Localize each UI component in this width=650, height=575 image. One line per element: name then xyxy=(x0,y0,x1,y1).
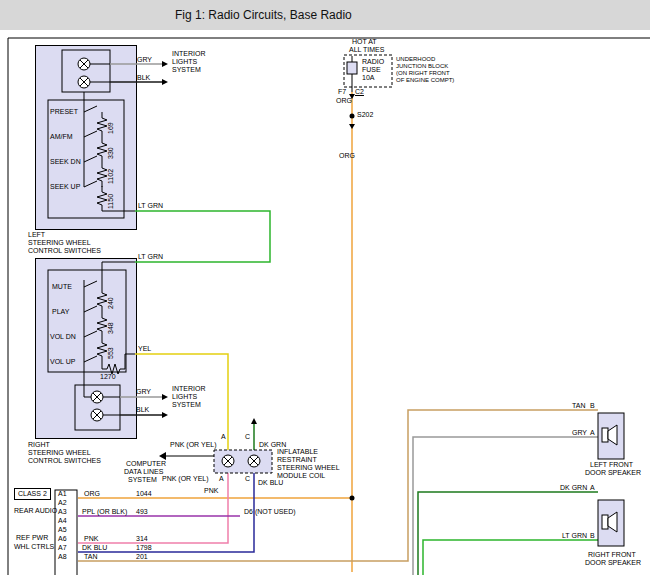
button-seek-up: SEEK UP xyxy=(50,183,80,191)
button-vol-up: VOL UP xyxy=(50,358,75,366)
wire-org xyxy=(78,92,352,572)
a3-circuit: 493 xyxy=(136,508,148,516)
wire-label-blk-1: BLK xyxy=(137,74,150,82)
left-switch-caption-1: LEFT xyxy=(28,231,45,239)
wiring-svg xyxy=(0,0,650,575)
lf-spk-term-top: B xyxy=(590,402,595,410)
a1-wire: ORG xyxy=(84,490,100,498)
resistor-value-3: 1102 xyxy=(107,169,115,184)
rear-audio-label: REAR AUDIO xyxy=(14,507,57,515)
wiring-diagram-page: Fig 1: Radio Circuits, Base Radio xyxy=(0,0,650,575)
left-switch-caption-2: STEERING WHEEL xyxy=(28,239,91,247)
lf-spk-wire-top: TAN xyxy=(572,402,585,410)
coil-name-2: RESTRAINT xyxy=(277,456,317,464)
coil-wire-top-left: PNK (OR YEL) xyxy=(170,441,217,449)
rf-spk-wire-top: DK GRN xyxy=(560,484,587,492)
resistor-value-7: 553 xyxy=(107,347,115,359)
wire-label-org-1: ORG xyxy=(336,97,352,105)
a7-wire: DK BLU xyxy=(82,544,107,552)
fuse-label-3: 10A xyxy=(362,74,374,82)
junction-block-label-4: OF ENGINE COMPT) xyxy=(396,77,454,84)
coil-terminal-top-c: C xyxy=(245,433,250,441)
wire-blk xyxy=(110,82,162,415)
right-switch-caption-1: RIGHT xyxy=(28,441,50,449)
whl-ctrls-label: WHL CTRLS xyxy=(14,543,54,551)
a3-note: D6 (NOT USED) xyxy=(244,508,296,516)
wire-label-org-2: ORG xyxy=(339,152,355,160)
a8-circuit: 201 xyxy=(136,553,148,561)
junction-block-label-1: UNDERHOOD xyxy=(396,56,435,63)
computer-data-ref-2: DATA LINES xyxy=(124,468,163,476)
lf-spk-term-bot: A xyxy=(590,429,595,437)
junction-block-label-2: JUNCTION BLOCK xyxy=(396,63,448,70)
arrowheads-and-splices xyxy=(159,61,355,501)
a8-wire: TAN xyxy=(84,553,97,561)
figure-title: Fig 1: Radio Circuits, Base Radio xyxy=(175,8,352,22)
button-amfm: AM/FM xyxy=(50,133,73,141)
figure-title-bar: Fig 1: Radio Circuits, Base Radio xyxy=(0,0,650,30)
a6-circuit: 314 xyxy=(136,535,148,543)
button-mute: MUTE xyxy=(52,283,72,291)
connector-c2-label: C2 xyxy=(355,88,364,96)
splice-s202-label: S202 xyxy=(357,111,373,119)
left-switch-caption-3: CONTROL SWITCHES xyxy=(28,247,101,255)
wire-lt-grn xyxy=(135,211,598,575)
junction-block-label-3: (ON RIGHT FRONT xyxy=(396,70,450,77)
hot-at-label-1: HOT AT xyxy=(352,38,377,46)
coil-wire-bot-right: DK BLU xyxy=(258,479,283,487)
pin-a7: A7 xyxy=(58,544,67,552)
right-switch-caption-2: STEERING WHEEL xyxy=(28,449,91,457)
coil-terminal-bot-c: C xyxy=(245,475,250,483)
fuse-label-2: FUSE xyxy=(362,66,381,74)
wire-label-ltgrn-2: LT GRN xyxy=(138,253,163,261)
interior-lights-ref-1: INTERIOR xyxy=(172,50,205,58)
button-vol-dn: VOL DN xyxy=(50,333,76,341)
sir-coil-symbol xyxy=(214,450,272,473)
a3-wire: PPL (OR BLK) xyxy=(82,508,127,516)
fuse-label-1: RADIO xyxy=(362,58,384,66)
pin-a8: A8 xyxy=(58,553,67,561)
lf-spk-wire-bot: GRY xyxy=(572,429,587,437)
rf-spk-wire-bot: LT GRN xyxy=(562,532,587,540)
interior-lights-ref-2b: LIGHTS xyxy=(172,393,197,401)
coil-wire-bot-left2: PNK xyxy=(204,487,218,495)
interior-lights-ref-1c: SYSTEM xyxy=(172,66,201,74)
interior-lights-ref-2c: SYSTEM xyxy=(172,401,201,409)
class2-label: CLASS 2 xyxy=(14,488,51,500)
resistor-value-1270: 1270 xyxy=(100,373,116,381)
wire-label-ltgrn-1: LT GRN xyxy=(138,202,163,210)
right-switch-caption-3: CONTROL SWITCHES xyxy=(28,457,101,465)
computer-data-ref-3: SYSTEM xyxy=(128,476,157,484)
wire-tan xyxy=(78,410,598,561)
a6-wire: PNK xyxy=(84,535,98,543)
interior-lights-ref-2: INTERIOR xyxy=(172,385,205,393)
resistor-value-1: 169 xyxy=(107,122,115,134)
rf-spk-term-top: A xyxy=(590,484,595,492)
wire-dk-grn xyxy=(254,424,598,575)
coil-name-1: INFLATABLE xyxy=(277,448,318,456)
lf-spk-caption-2: DOOR SPEAKER xyxy=(585,469,641,477)
wire-label-yel: YEL xyxy=(138,345,151,353)
pin-a1: A1 xyxy=(58,490,67,498)
coil-terminal-top-a: A xyxy=(221,433,226,441)
cavity-f7-label: F7 xyxy=(338,88,346,96)
interior-lights-ref-1b: LIGHTS xyxy=(172,58,197,66)
button-preset: PRESET xyxy=(50,108,78,116)
resistor-value-5: 240 xyxy=(107,297,115,309)
resistor-value-6: 348 xyxy=(107,322,115,334)
pin-a3: A3 xyxy=(58,508,67,516)
rf-spk-term-bot: B xyxy=(590,532,595,540)
resistor-value-4: 1150 xyxy=(107,194,115,209)
wire-label-blk-2: BLK xyxy=(136,406,149,414)
button-seek-dn: SEEK DN xyxy=(50,158,81,166)
lf-spk-caption-1: LEFT FRONT xyxy=(590,461,633,469)
resistor-value-2: 330 xyxy=(107,147,115,159)
a1-circuit: 1044 xyxy=(136,490,152,498)
pin-a5: A5 xyxy=(58,526,67,534)
wire-label-gry-2: GRY xyxy=(136,388,151,396)
right-front-door-speaker-symbol xyxy=(598,500,624,546)
coil-wire-bot-left: PNK (OR YEL) xyxy=(162,475,209,483)
a7-circuit: 1798 xyxy=(136,544,152,552)
pin-a2: A2 xyxy=(58,499,67,507)
coil-name-3: STEERING WHEEL xyxy=(277,464,340,472)
